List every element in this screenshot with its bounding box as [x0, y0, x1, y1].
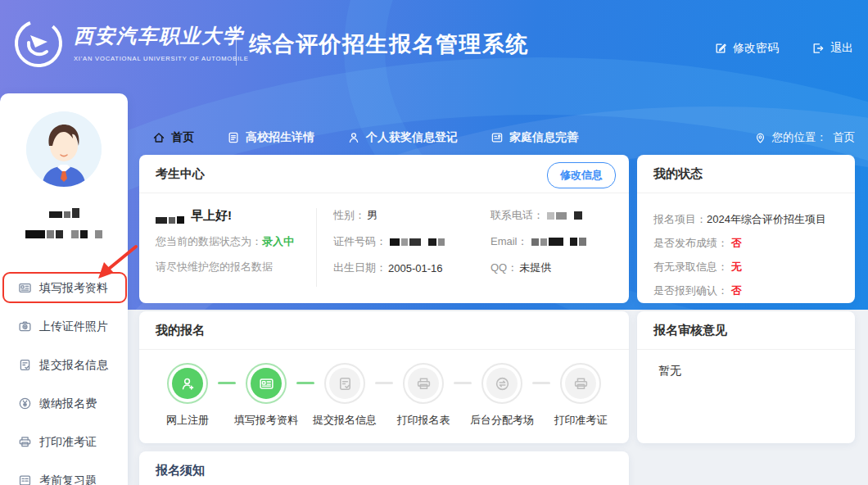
redacted-user-name: [0, 208, 128, 218]
university-name-cn: 西安汽车职业大学: [74, 23, 249, 49]
candidate-center-header: 考生中心 修改信息: [139, 155, 629, 193]
university-name-en: XI'AN VOCATIONAL UNIVERSITY OF AUTOMOBIL…: [74, 55, 249, 62]
system-title: 综合评价招生报名管理系统: [249, 29, 529, 59]
candidate-center-body: 早上好! 您当前的数据状态为：录入中 请尽快维护您的报名数据 性别：男 证件号码…: [139, 193, 629, 287]
sidebar-item-review-questions[interactable]: 考前复习题: [0, 461, 128, 485]
data-status-label: 您当前的数据状态为：: [156, 235, 262, 247]
id-number-label: 证件号码：: [333, 234, 387, 249]
id-number-row: 证件号码：: [333, 234, 479, 249]
my-status-body: 报名项目：2024年综合评价招生项目 是否发布成绩：否 有无录取信息：无 是否报…: [637, 193, 855, 317]
status-row-scores: 是否发布成绩：否: [653, 236, 839, 251]
qq-row: QQ：未提供: [491, 261, 613, 275]
candidate-greeting-column: 早上好! 您当前的数据状态为：录入中 请尽快维护您的报名数据: [156, 208, 317, 287]
my-status-title: 我的状态: [653, 166, 703, 182]
greeting-text: 早上好!: [191, 208, 232, 224]
tab-awards-registration[interactable]: 个人获奖信息登记: [347, 130, 458, 145]
step-label: 后台分配考场: [470, 413, 534, 428]
person-icon: [347, 131, 360, 144]
candidate-info-column-1: 性别：男 证件号码： 出生日期：2005-01-16: [317, 208, 479, 287]
step-connector: [218, 382, 236, 384]
status-value: 无: [731, 261, 742, 273]
notice-card: 报名须知: [139, 451, 629, 485]
data-status-row: 您当前的数据状态为：录入中: [156, 234, 310, 249]
step-print-ticket: 打印准考证: [550, 363, 611, 428]
redacted-phone: [547, 211, 582, 220]
qq-value: 未提供: [519, 261, 551, 275]
change-password-button[interactable]: 修改密码: [714, 41, 779, 56]
list-doc-icon: [18, 474, 32, 485]
sync-icon: [495, 376, 510, 392]
my-status-header: 我的状态: [637, 155, 855, 193]
main-nav: 首页 高校招生详情 个人获奖信息登记 家庭信息完善 您的位置：首页: [152, 125, 855, 151]
redacted-greeting-name: [156, 216, 184, 224]
redacted-email: [531, 238, 586, 246]
sidebar-item-label: 缴纳报名费: [39, 397, 97, 411]
data-status-value: 录入中: [262, 235, 294, 247]
candidate-info-column-2: 联系电话： Email： QQ：未提供: [479, 208, 613, 287]
step-circle: [324, 363, 365, 404]
home-icon: [152, 131, 165, 144]
sidebar-item-fill-application[interactable]: 填写报考资料: [0, 269, 128, 307]
birth-date-label: 出生日期：: [333, 261, 387, 275]
step-print-form: 打印报名表: [393, 363, 454, 428]
status-value: 2024年综合评价招生项目: [707, 213, 826, 225]
tab-awards-registration-label: 个人获奖信息登记: [366, 130, 458, 145]
university-logo-icon: [13, 18, 64, 69]
email-row: Email：: [491, 234, 613, 249]
user-add-icon: [180, 376, 196, 392]
edit-icon: [714, 42, 727, 55]
sidebar-menu: 填写报考资料 上传证件照片 提交报名信息 缴纳报名费 打印准考证: [0, 269, 128, 485]
sidebar-item-pay-fee[interactable]: 缴纳报名费: [0, 384, 128, 423]
tab-family-info[interactable]: 家庭信息完善: [491, 130, 578, 145]
status-value: 否: [731, 284, 742, 297]
document-icon: [227, 131, 240, 144]
university-name: 西安汽车职业大学 XI'AN VOCATIONAL UNIVERSITY OF …: [74, 23, 249, 62]
sidebar-item-upload-photo[interactable]: 上传证件照片: [0, 307, 128, 346]
step-circle: [167, 363, 208, 404]
step-connector: [375, 382, 393, 384]
header-divider: [236, 25, 237, 66]
status-row-checkin: 是否报到确认：否: [653, 283, 839, 298]
qq-label: QQ：: [491, 261, 518, 275]
registration-steps: 网上注册 填写报考资料 提交报名信息: [139, 350, 629, 428]
step-assign-room: 后台分配考场: [472, 363, 532, 428]
location-pin-icon: [754, 132, 766, 144]
breadcrumb-label: 您的位置：: [772, 130, 828, 145]
status-label: 有无录取信息：: [653, 261, 728, 273]
my-status-card: 我的状态 报名项目：2024年综合评价招生项目 是否发布成绩：否 有无录取信息：…: [637, 155, 855, 303]
university-logo: [13, 18, 64, 69]
step-circle: [560, 363, 601, 404]
candidate-center-card: 考生中心 修改信息 早上好! 您当前的数据状态为：录入中 请尽快维护您的报名数据…: [139, 155, 629, 303]
step-connector: [454, 382, 472, 384]
edit-info-button[interactable]: 修改信息: [547, 162, 616, 188]
tab-home[interactable]: 首页: [152, 130, 194, 145]
gender-row: 性别：男: [333, 208, 479, 223]
sidebar-item-print-ticket[interactable]: 打印准考证: [0, 423, 128, 461]
notice-title: 报名须知: [156, 463, 205, 478]
logout-icon: [811, 42, 825, 55]
printer-icon: [18, 435, 32, 449]
greeting-row: 早上好!: [156, 208, 310, 224]
step-circle: [481, 363, 522, 404]
step-label: 打印报名表: [397, 413, 450, 428]
breadcrumb: 您的位置：首页: [754, 130, 856, 145]
sidebar-item-label: 考前复习题: [39, 474, 97, 485]
tab-admission-details[interactable]: 高校招生详情: [227, 130, 314, 145]
status-row-project: 报名项目：2024年综合评价招生项目: [653, 212, 839, 227]
sidebar: 填写报考资料 上传证件照片 提交报名信息 缴纳报名费 打印准考证: [0, 93, 128, 485]
camera-icon: [18, 320, 32, 333]
header-actions: 修改密码 退出: [714, 41, 853, 56]
sidebar-item-label: 上传证件照片: [39, 320, 108, 334]
step-label: 提交报名信息: [313, 413, 377, 428]
review-opinion-card: 报名审核意见 暂无: [637, 311, 855, 443]
step-submit-info: 提交报名信息: [314, 363, 375, 428]
logout-label: 退出: [830, 41, 853, 56]
step-circle: [403, 363, 444, 404]
step-connector: [532, 382, 550, 384]
sidebar-item-label: 提交报名信息: [39, 358, 108, 373]
status-value: 否: [731, 237, 742, 249]
printer-icon: [416, 376, 432, 392]
sidebar-item-submit-info[interactable]: 提交报名信息: [0, 346, 128, 384]
id-card-icon: [259, 376, 274, 392]
logout-button[interactable]: 退出: [811, 41, 853, 56]
